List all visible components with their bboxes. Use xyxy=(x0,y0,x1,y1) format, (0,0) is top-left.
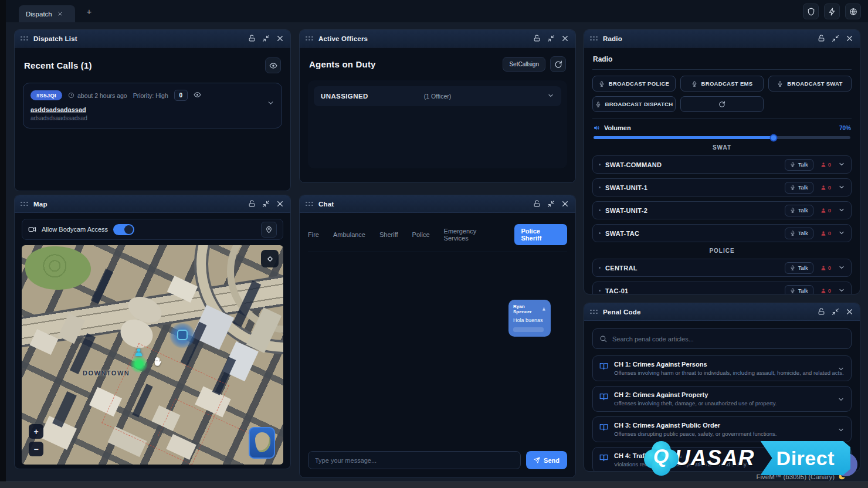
broadcast-ems-button[interactable]: BROADCAST EMS xyxy=(680,76,764,92)
unit-marker[interactable] xyxy=(169,323,195,348)
radio-header[interactable]: Radio xyxy=(584,30,860,48)
penal-chapter-3[interactable]: CH 3: Crimes Against Public Order Offens… xyxy=(592,416,852,442)
globe-button[interactable] xyxy=(845,4,861,19)
penal-code-header[interactable]: Penal Code xyxy=(584,303,860,321)
penal-chapter-1[interactable]: CH 1: Crimes Against Persons Offenses in… xyxy=(592,355,852,381)
dispatch-list-header[interactable]: Dispatch List xyxy=(15,30,290,48)
active-officers-header[interactable]: Active Officers xyxy=(300,30,575,48)
slider-thumb[interactable] xyxy=(769,134,777,141)
officer-group-unassigned[interactable]: UNASSIGNED (1 Officer) xyxy=(314,86,561,106)
chevron-down-icon[interactable] xyxy=(838,425,845,436)
volume-slider[interactable] xyxy=(594,136,850,139)
close-icon[interactable] xyxy=(276,199,284,208)
lock-icon[interactable] xyxy=(247,199,256,208)
chevron-down-icon[interactable] xyxy=(838,228,845,239)
toggle-visibility-button[interactable] xyxy=(265,57,281,73)
send-button[interactable]: Send xyxy=(526,451,567,469)
new-tab-button[interactable]: + xyxy=(84,8,94,17)
expand-call-button[interactable] xyxy=(267,99,274,109)
chevron-down-icon[interactable] xyxy=(838,160,845,170)
refresh-radio-button[interactable] xyxy=(680,96,764,112)
channel-row-swat-command[interactable]: SWAT-COMMAND Talk 0 xyxy=(592,155,852,174)
talk-button[interactable]: Talk xyxy=(785,228,813,239)
talk-button[interactable]: Talk xyxy=(785,205,813,216)
chevron-down-icon[interactable] xyxy=(838,286,845,295)
satellite-map[interactable]: DOWNTOWN + − xyxy=(22,245,283,465)
map-header[interactable]: Map xyxy=(15,195,290,213)
chevron-down-icon[interactable] xyxy=(838,263,845,273)
collapse-icon[interactable] xyxy=(831,307,840,316)
zoom-in-button[interactable]: + xyxy=(29,424,43,439)
tab-sheriff[interactable]: Sheriff xyxy=(379,231,398,238)
channel-row-swat-tac[interactable]: SWAT-TAC Talk 0 xyxy=(592,224,852,242)
close-icon[interactable] xyxy=(561,34,569,43)
bolt-button[interactable] xyxy=(824,4,840,19)
talk-button[interactable]: Talk xyxy=(785,159,813,171)
tab-ambulance[interactable]: Ambulance xyxy=(333,231,365,238)
close-icon[interactable] xyxy=(845,34,854,43)
lock-icon[interactable] xyxy=(533,34,541,43)
tab-fire[interactable]: Fire xyxy=(308,231,319,238)
penal-search-input[interactable] xyxy=(612,336,845,343)
chevron-down-icon[interactable] xyxy=(838,395,845,405)
chevron-down-icon xyxy=(267,99,274,107)
collapse-icon[interactable] xyxy=(262,199,270,208)
drag-handle-icon[interactable] xyxy=(590,310,598,314)
lock-icon[interactable] xyxy=(533,199,541,208)
channel-row-swat-unit-1[interactable]: SWAT-UNIT-1 Talk 0 xyxy=(592,178,852,196)
view-call-button[interactable] xyxy=(194,90,201,101)
drag-handle-icon[interactable] xyxy=(306,202,313,206)
recenter-button[interactable] xyxy=(261,250,279,267)
shield-button[interactable] xyxy=(803,4,819,19)
tab-dispatch[interactable]: Dispatch xyxy=(19,5,75,22)
broadcast-dispatch-button[interactable]: BROADCAST DISPATCH xyxy=(592,96,676,112)
drag-handle-icon[interactable] xyxy=(21,202,28,206)
zoom-out-button[interactable]: − xyxy=(29,442,43,456)
channel-row-tac-01[interactable]: TAC-01 Talk 0 xyxy=(592,282,852,294)
set-callsign-button[interactable]: SetCallsign xyxy=(503,57,545,72)
lock-icon[interactable] xyxy=(817,34,826,43)
close-icon[interactable] xyxy=(276,34,284,43)
person-icon xyxy=(820,185,826,191)
call-time: about 2 hours ago xyxy=(77,92,127,99)
minimap-overview[interactable] xyxy=(249,427,275,459)
refresh-officers-button[interactable] xyxy=(550,56,566,72)
call-card[interactable]: #S5JQI about 2 hours ago Priority: High … xyxy=(23,83,282,128)
tab-police-sheriff-active[interactable]: Police Sheriff xyxy=(514,224,567,245)
broadcast-swat-button[interactable]: BROADCAST SWAT xyxy=(768,76,852,92)
collapse-icon[interactable] xyxy=(831,34,840,43)
talk-button[interactable]: Talk xyxy=(785,262,813,274)
chevron-down-icon[interactable] xyxy=(838,205,845,216)
collapse-icon[interactable] xyxy=(262,34,270,43)
close-icon[interactable] xyxy=(561,199,569,208)
tab-close-icon[interactable] xyxy=(57,11,63,16)
lock-icon[interactable] xyxy=(817,307,826,316)
drag-handle-icon[interactable] xyxy=(590,36,598,41)
collapse-icon[interactable] xyxy=(547,199,555,208)
chat-message-bubble[interactable]: Ryan Spencer Hola buenas xyxy=(508,300,551,337)
drag-handle-icon[interactable] xyxy=(21,36,28,41)
close-icon[interactable] xyxy=(845,307,854,316)
drag-handle-icon[interactable] xyxy=(306,36,313,41)
talk-button[interactable]: Talk xyxy=(785,285,813,295)
lock-icon[interactable] xyxy=(247,34,256,43)
tab-emergency-services[interactable]: Emergency Services xyxy=(444,228,501,242)
tab-police[interactable]: Police xyxy=(412,231,430,238)
chat-message-input[interactable] xyxy=(308,451,521,469)
volume-value: 70% xyxy=(839,125,851,131)
player-blip[interactable] xyxy=(128,350,150,371)
channel-row-swat-unit-2[interactable]: SWAT-UNIT-2 Talk 0 xyxy=(592,201,852,219)
penal-search[interactable] xyxy=(592,328,852,349)
penal-chapter-2[interactable]: CH 2: Crimes Against Property Offenses i… xyxy=(592,386,852,412)
chat-header[interactable]: Chat xyxy=(300,195,575,213)
map-pin-button[interactable] xyxy=(261,222,277,238)
chevron-down-icon[interactable] xyxy=(838,364,845,375)
chevron-down-icon[interactable] xyxy=(547,91,554,101)
mic-icon xyxy=(790,288,795,293)
talk-button[interactable]: Talk xyxy=(785,182,813,194)
channel-row-central[interactable]: CENTRAL Talk 0 xyxy=(592,259,852,277)
broadcast-police-button[interactable]: BROADCAST POLICE xyxy=(592,76,676,92)
collapse-icon[interactable] xyxy=(547,34,555,43)
bodycam-toggle[interactable] xyxy=(113,224,134,235)
chevron-down-icon[interactable] xyxy=(838,182,845,193)
